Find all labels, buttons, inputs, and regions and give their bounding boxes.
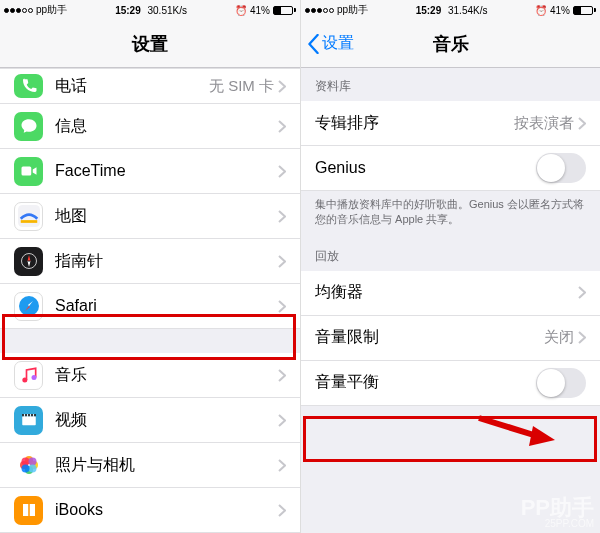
row-音乐[interactable]: 音乐 (0, 353, 300, 398)
maps-icon (14, 202, 43, 231)
section-header-playback: 回放 (301, 238, 600, 271)
clock: 15:29 (115, 5, 141, 16)
row-label: 音量限制 (315, 327, 544, 348)
safari-icon (14, 292, 43, 321)
back-button[interactable]: 设置 (307, 20, 354, 67)
chevron-right-icon (278, 300, 286, 313)
battery-pct: 41% (550, 5, 570, 16)
row-label: 音乐 (55, 365, 278, 386)
alarm-icon: ⏰ (535, 5, 547, 16)
settings-list: 电话无 SIM 卡信息FaceTime地图指南针Safari音乐视频照片与相机i… (0, 68, 300, 533)
row-volume-balance[interactable]: 音量平衡 (301, 361, 600, 406)
row-label: 视频 (55, 410, 278, 431)
messages-icon (14, 112, 43, 141)
music-list: 资料库 专辑排序 按表演者 Genius 集中播放资料库中的好听歌曲。Geniu… (301, 68, 600, 533)
section-header-library: 资料库 (301, 68, 600, 101)
svg-point-18 (28, 458, 36, 466)
row-label: 音量平衡 (315, 372, 536, 393)
row-label: 地图 (55, 206, 278, 227)
music-icon (14, 361, 43, 390)
svg-point-4 (22, 378, 27, 383)
chevron-right-icon (278, 210, 286, 223)
svg-point-20 (21, 465, 29, 473)
row-信息[interactable]: 信息 (0, 104, 300, 149)
svg-rect-10 (28, 414, 30, 416)
svg-rect-0 (21, 167, 31, 176)
status-bar: pp助手 15:29 31.54K/s ⏰ 41% (301, 0, 600, 20)
battery-icon (573, 6, 596, 15)
svg-rect-12 (34, 414, 36, 416)
row-genius[interactable]: Genius (301, 146, 600, 191)
row-label: iBooks (55, 501, 278, 519)
row-label: 指南针 (55, 251, 278, 272)
video-icon (14, 406, 43, 435)
chevron-right-icon (578, 331, 586, 344)
genius-toggle[interactable] (536, 153, 586, 183)
chevron-right-icon (278, 255, 286, 268)
volume-balance-toggle[interactable] (536, 368, 586, 398)
chevron-right-icon (578, 286, 586, 299)
svg-rect-6 (22, 416, 36, 425)
facetime-icon (14, 157, 43, 186)
battery-icon (273, 6, 296, 15)
carrier-label: pp助手 (36, 3, 67, 17)
photos-icon (14, 451, 43, 480)
row-label: 信息 (55, 116, 278, 137)
row-照片与相机[interactable]: 照片与相机 (0, 443, 300, 488)
row-label: Genius (315, 159, 536, 177)
chevron-right-icon (278, 165, 286, 178)
nav-bar: 设置 音乐 (301, 20, 600, 68)
chevron-right-icon (278, 80, 286, 93)
page-title: 设置 (132, 32, 168, 56)
row-iBooks[interactable]: iBooks (0, 488, 300, 533)
nav-bar: 设置 (0, 20, 300, 68)
compass-icon (14, 247, 43, 276)
page-title: 音乐 (433, 32, 469, 56)
settings-screen: pp助手 15:29 30.51K/s ⏰ 41% 设置 电话无 SIM 卡信息… (0, 0, 300, 533)
status-bar: pp助手 15:29 30.51K/s ⏰ 41% (0, 0, 300, 20)
section-footer-library: 集中播放资料库中的好听歌曲。Genius 会以匿名方式将您的音乐信息与 Appl… (301, 191, 600, 238)
svg-point-17 (21, 458, 29, 466)
chevron-right-icon (278, 414, 286, 427)
svg-rect-8 (22, 414, 24, 416)
net-rate: 30.51K/s (147, 5, 186, 16)
svg-point-5 (31, 375, 36, 380)
row-label: Safari (55, 297, 278, 315)
clock: 15:29 (416, 5, 442, 16)
alarm-icon: ⏰ (235, 5, 247, 16)
net-rate: 31.54K/s (448, 5, 487, 16)
row-地图[interactable]: 地图 (0, 194, 300, 239)
svg-rect-9 (25, 414, 27, 416)
row-Safari[interactable]: Safari (0, 284, 300, 329)
chevron-right-icon (278, 369, 286, 382)
carrier-label: pp助手 (337, 3, 368, 17)
svg-point-19 (28, 465, 36, 473)
back-label: 设置 (322, 33, 354, 54)
row-album-sort[interactable]: 专辑排序 按表演者 (301, 101, 600, 146)
row-电话[interactable]: 电话无 SIM 卡 (0, 68, 300, 104)
battery-pct: 41% (250, 5, 270, 16)
row-label: 照片与相机 (55, 455, 278, 476)
phone-icon (14, 74, 43, 98)
row-value: 按表演者 (514, 114, 574, 133)
row-label: FaceTime (55, 162, 278, 180)
chevron-right-icon (578, 117, 586, 130)
ibooks-icon (14, 496, 43, 525)
signal-icon (4, 8, 33, 13)
chevron-right-icon (278, 459, 286, 472)
row-视频[interactable]: 视频 (0, 398, 300, 443)
row-volume-limit[interactable]: 音量限制 关闭 (301, 316, 600, 361)
row-label: 电话 (55, 76, 209, 97)
chevron-right-icon (278, 120, 286, 133)
row-label: 专辑排序 (315, 113, 514, 134)
row-FaceTime[interactable]: FaceTime (0, 149, 300, 194)
row-value: 关闭 (544, 328, 574, 347)
music-settings-screen: pp助手 15:29 31.54K/s ⏰ 41% 设置 音乐 资料库 专辑排序 (300, 0, 600, 533)
row-指南针[interactable]: 指南针 (0, 239, 300, 284)
row-label: 均衡器 (315, 282, 578, 303)
svg-rect-11 (31, 414, 33, 416)
chevron-right-icon (278, 504, 286, 517)
signal-icon (305, 8, 334, 13)
row-eq[interactable]: 均衡器 (301, 271, 600, 316)
row-value: 无 SIM 卡 (209, 77, 274, 96)
